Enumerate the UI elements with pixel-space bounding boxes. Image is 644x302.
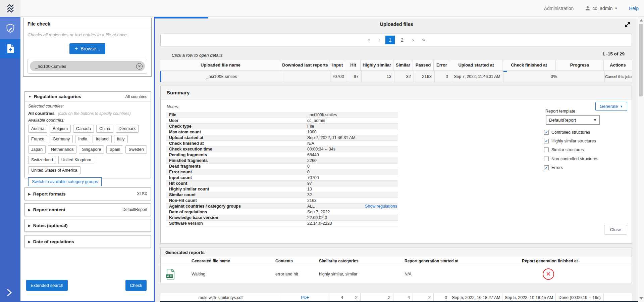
extended-search-button[interactable]: Extended search [26,280,68,291]
sidebar-item-structure-check[interactable] [0,17,20,39]
regulation-categories-header[interactable]: ▼ Regulation categories All countries [25,92,151,101]
uploaded-file-row-selected[interactable]: _nci100k.smiles 70700 97 13 32 2163 0 Se… [160,71,632,82]
country-button[interactable]: Germany [50,135,73,143]
check-button[interactable]: Check [125,280,147,291]
summary-row: Max atom count1000 [166,129,398,135]
country-button[interactable]: Japan [28,145,46,154]
close-button[interactable]: Close [604,225,627,234]
cell-highly-similar: 13 [362,71,394,82]
country-button[interactable]: France [28,135,47,143]
column-header: Report generation finished at [522,259,631,263]
column-header: Error [434,60,450,71]
show-regulations-link[interactable]: Show regulations [365,204,398,209]
country-button[interactable]: Belgium [50,125,71,133]
pagination-next-icon[interactable]: › [410,36,417,44]
report-formats-section[interactable]: ▶ Report formats XLSX [24,187,151,200]
file-check-panel: File check Checks all molecules or text … [20,17,155,302]
checkbox[interactable] [544,157,549,161]
selected-file-chip: _nci100k.smiles ✕ [30,61,145,71]
browse-button[interactable]: + Browse... [69,43,106,54]
vertical-scrollbar[interactable] [638,17,644,302]
active-tab-indicator [155,17,208,18]
pagination-page-2[interactable]: 2 [397,36,407,44]
summary-row: File_nci100k.smiles [166,112,398,118]
selected-file-box: _nci100k.smiles ✕ [28,59,147,74]
option-errors[interactable]: ✓ Errors [544,165,563,170]
column-header: Highly similar [361,60,393,71]
pagination-prev-icon[interactable]: ‹ [376,36,383,44]
option-non-controlled-structures[interactable]: Non-controlled structures [544,157,598,161]
country-button[interactable]: Sweden [125,145,147,154]
cancel-job-link[interactable]: Cancel this job» [605,71,632,82]
cancel-report-icon[interactable]: ✕ [543,268,554,280]
expand-panel-icon[interactable] [623,20,633,30]
administration-link[interactable]: Administration [544,6,574,11]
checkbox[interactable]: ✓ [544,130,549,135]
checkbox[interactable]: ✓ [544,139,549,143]
cell-passed: 2163 [414,71,435,82]
shield-pencil-icon [5,23,15,33]
column-header: Input [329,60,346,71]
checkbox[interactable] [544,147,549,152]
option-highly-similar-structures[interactable]: ✓ Highly similar structures [544,139,596,143]
sidebar-item-file-check[interactable] [0,39,20,58]
summary-row: Usercc_admin [166,118,398,124]
column-header: Similar [393,60,413,71]
summary-row: Against countries / category groups ALL … [166,204,398,209]
pagination-last-icon[interactable]: » [419,36,428,44]
app-logo[interactable] [0,0,20,17]
report-name: Waiting [192,272,275,276]
available-countries-label: Available countries: [28,118,147,123]
summary-row: Check typeFile [166,124,398,129]
remove-file-icon[interactable]: ✕ [136,63,143,70]
notes-section[interactable]: ▶ Notes (optional) [24,219,151,232]
country-button[interactable]: Austria [28,125,47,133]
country-button[interactable]: Singapore [79,145,104,154]
user-menu[interactable]: cc_admin ▼ [585,6,618,11]
report-content-section[interactable]: ▶ Report content DefaultReport [24,203,151,216]
pagination-page-1[interactable]: 1 [385,36,395,44]
help-link[interactable]: Help [629,6,639,11]
option-controlled-structures[interactable]: ✓ Controlled structures [544,130,590,135]
logo-icon [5,2,16,14]
scrollbar-thumb[interactable] [639,24,643,96]
report-template-select[interactable]: DefaultReport ▼ [546,115,600,125]
regulation-categories-section: ▼ Regulation categories All countries Se… [24,91,151,178]
generate-button[interactable]: Generate ▼ [595,102,627,111]
summary-row: Non-Hit count2163 [166,198,398,204]
country-button[interactable]: Netherlands [48,145,76,154]
date-of-regulations-section[interactable]: ▶ Date of regulations [24,235,151,248]
against-countries-value: ALL [307,204,315,209]
uploaded-file-row[interactable]: mols-with-similaritys.sdf PDF 4 2 2 4 2 … [160,293,632,302]
selected-countries-label: Selected countries: [28,104,147,109]
generated-reports-panel: Generated reports Generated file name Co… [160,248,632,283]
table-hint: Click a row to open details [172,53,223,58]
country-button[interactable]: Spain [106,145,123,154]
option-similar-structures[interactable]: Similar structures [544,147,584,152]
summary-row: Upload started atSep 7, 2022, 11:46:31 A… [166,135,398,141]
generated-report-row: XLSX Waiting error and hit highly simila… [161,265,632,283]
scroll-up-icon[interactable] [640,19,643,21]
page-title: Uploaded files [155,21,638,27]
column-header: Actions [604,60,632,71]
summary-row: Check execution time00:00:34 -- 34s [166,146,398,152]
report-formats-value: XLSX [137,191,147,196]
switch-category-groups-button[interactable]: Switch to available category groups [28,177,102,186]
country-button[interactable]: Canada [73,125,94,133]
top-bar: Administration cc_admin ▼ Help [0,0,644,17]
report-started-at: N/A [405,272,522,276]
pagination-first-icon[interactable]: « [365,36,373,44]
country-button[interactable]: Ireland [93,135,111,143]
country-button[interactable]: Italy [114,135,128,143]
expand-sidebar-chevron[interactable] [5,288,13,298]
scroll-down-icon[interactable] [640,297,643,300]
checkbox[interactable]: ✓ [544,165,549,170]
summary-row: Error count0 [166,169,398,175]
country-button[interactable]: Switzerland [28,156,56,164]
country-button[interactable]: United States of America [28,166,80,174]
country-button[interactable]: China [96,125,113,133]
country-button[interactable]: Denmark [116,125,139,133]
country-button[interactable]: United Kingdom [58,156,94,164]
country-button[interactable]: India [75,135,90,143]
file-check-card: File check Checks all molecules or text … [23,18,152,77]
